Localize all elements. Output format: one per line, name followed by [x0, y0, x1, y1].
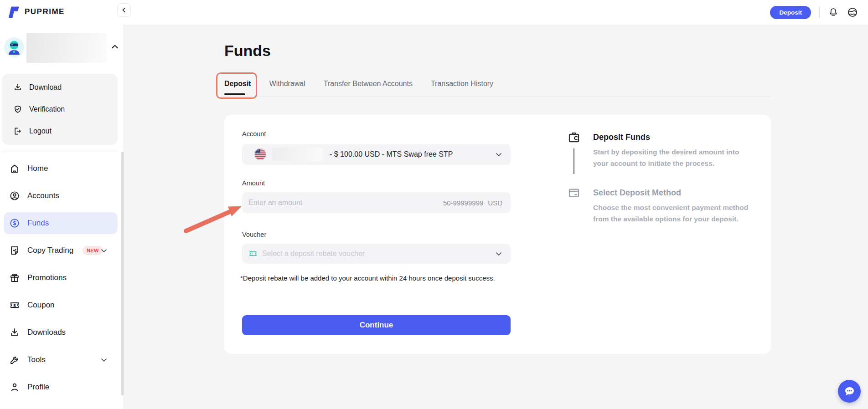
sidebar-item-label: Home [27, 164, 48, 173]
menu-item-label: Download [29, 83, 62, 92]
menu-item-logout[interactable]: Logout [2, 120, 118, 142]
account-select[interactable]: - $ 100.00 USD - MTS Swap free STP [242, 144, 511, 165]
menu-item-verification[interactable]: Verification [2, 98, 118, 120]
step-title: Deposit Funds [593, 130, 753, 144]
home-icon [9, 163, 20, 174]
wrench-icon [9, 354, 20, 365]
shield-check-icon [13, 105, 22, 114]
voucher-ticket-icon [248, 249, 258, 258]
menu-item-label: Verification [29, 105, 65, 113]
deposit-steps: Deposit Funds Start by depositing the de… [567, 130, 754, 225]
red-arrow-annotation [182, 199, 246, 235]
amount-label: Amount [242, 179, 265, 187]
sidebar-item-promotions[interactable]: Promotions [4, 267, 118, 289]
voucher-label: Voucher [242, 231, 266, 238]
download-icon [9, 327, 20, 338]
globe-icon[interactable] [847, 7, 858, 18]
sidebar-item-label: Downloads [27, 328, 66, 337]
amount-range-hint: 50-99999999USD [443, 199, 502, 207]
sidebar-item-label: Tools [27, 355, 46, 364]
dollar-circle-icon: $ [9, 218, 20, 229]
step-description: Start by depositing the desired amount i… [593, 147, 753, 169]
sidebar-item-downloads[interactable]: Downloads [4, 322, 118, 343]
header-divider [819, 6, 820, 18]
chevron-left-icon [121, 7, 127, 13]
us-flag-icon [254, 148, 267, 161]
sidebar-item-home[interactable]: Home [4, 158, 118, 179]
sidebar-item-funds[interactable]: $ Funds [4, 212, 118, 234]
step-title: Select Deposit Method [593, 186, 753, 199]
chevron-up-icon [111, 43, 119, 51]
sidebar-divider [2, 152, 118, 152]
svg-text:$: $ [13, 303, 16, 308]
voucher-placeholder: Select a deposit rebate voucher [262, 250, 365, 258]
voucher-select[interactable]: Select a deposit rebate voucher [242, 244, 511, 264]
robot-avatar [4, 37, 24, 57]
user-icon [9, 382, 20, 393]
page-title: Funds [224, 42, 271, 60]
header-deposit-button[interactable]: Deposit [770, 6, 811, 19]
deposit-box-icon [567, 130, 581, 144]
sidebar-item-coupon[interactable]: $ Coupon [4, 294, 118, 316]
sidebar-item-label: Promotions [27, 273, 67, 282]
step-deposit-funds: Deposit Funds Start by depositing the de… [567, 130, 754, 174]
redacted-username [26, 33, 107, 63]
logout-icon [13, 127, 22, 136]
sidebar-item-tools[interactable]: Tools [4, 349, 118, 371]
sidebar-item-profile[interactable]: Profile [4, 376, 118, 398]
amount-input[interactable] [248, 199, 443, 207]
tab-deposit[interactable]: Deposit [224, 78, 251, 89]
chevron-down-icon [100, 247, 108, 254]
funds-tabs: Deposit Withdrawal Transfer Between Acco… [224, 78, 493, 89]
account-value: - $ 100.00 USD - MTS Swap free STP [330, 150, 453, 158]
chevron-down-icon [495, 250, 502, 257]
active-tab-underline [224, 93, 245, 95]
download-icon [13, 83, 22, 92]
step-select-deposit-method: Select Deposit Method Choose the most co… [567, 186, 754, 225]
sidebar-nav: Home Accounts $ Funds [0, 158, 124, 404]
profile-menu-toggle[interactable] [0, 32, 124, 65]
sidebar-item-label: Coupon [27, 301, 55, 310]
chevron-down-icon [100, 356, 108, 363]
sidebar: Download Verification Logout [0, 0, 124, 409]
sidebar-item-label: Copy Trading [27, 246, 73, 255]
main-content: Funds Deposit Withdrawal Transfer Betwee… [124, 25, 868, 409]
document-icon [9, 245, 20, 256]
menu-item-label: Logout [29, 127, 52, 135]
tab-transaction-history[interactable]: Transaction History [431, 78, 493, 89]
chat-support-button[interactable] [838, 380, 861, 403]
step-connector-line [574, 148, 574, 174]
sidebar-scrollbar[interactable] [121, 152, 124, 395]
sidebar-collapse-button[interactable] [117, 3, 131, 17]
user-circle-icon [9, 190, 20, 201]
sidebar-item-label: Accounts [27, 191, 59, 200]
tab-transfer-between-accounts[interactable]: Transfer Between Accounts [324, 78, 413, 89]
puprime-logo: PUPRIME [5, 4, 65, 20]
sidebar-item-accounts[interactable]: Accounts [4, 185, 118, 207]
sidebar-item-label: Funds [27, 219, 49, 228]
menu-item-download[interactable]: Download [2, 77, 118, 98]
sidebar-item-label: Profile [27, 383, 49, 392]
ticket-icon: $ [9, 300, 20, 311]
svg-text:$: $ [13, 220, 16, 226]
step-description: Choose the most convenient payment metho… [593, 202, 753, 225]
puprime-logo-mark [5, 4, 21, 20]
profile-dropdown-menu: Download Verification Logout [2, 74, 118, 145]
account-label: Account [242, 130, 266, 138]
bell-icon[interactable] [828, 7, 839, 18]
tabs-divider [218, 97, 771, 97]
deposit-rebate-note: *Deposit rebate will be added to your ac… [240, 274, 523, 282]
amount-field: 50-99999999USD [242, 192, 511, 213]
tab-withdrawal[interactable]: Withdrawal [269, 78, 305, 89]
gift-icon [9, 272, 20, 283]
chat-bubble-icon [843, 385, 856, 398]
payment-card-icon [567, 186, 581, 199]
top-header: PUPRIME Deposit [0, 0, 868, 25]
continue-button[interactable]: Continue [242, 315, 511, 335]
redacted-account-number [272, 148, 322, 161]
chevron-down-icon [495, 151, 502, 158]
sidebar-item-copy-trading[interactable]: Copy Trading NEW [4, 240, 118, 261]
deposit-card: Account [224, 115, 771, 354]
brand-name: PUPRIME [25, 7, 65, 16]
